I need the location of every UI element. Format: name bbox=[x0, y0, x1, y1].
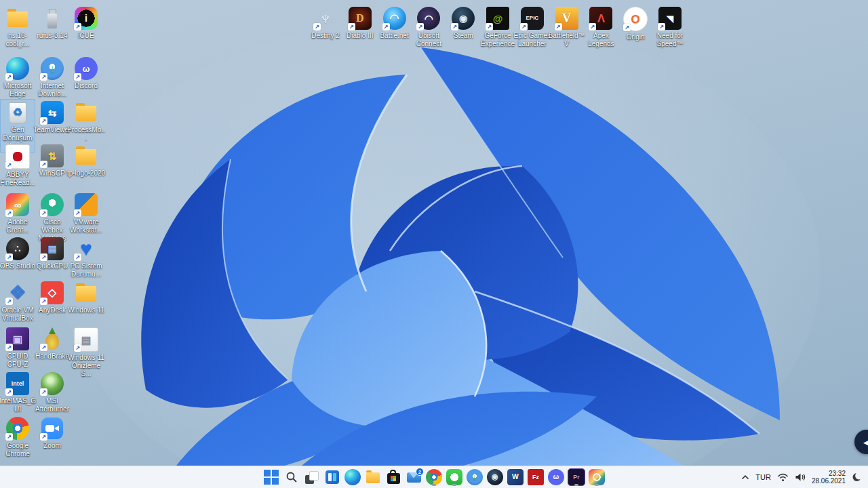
taskbar-mail-button[interactable]: 2 bbox=[404, 468, 423, 487]
desktop-icon-zoom[interactable]: ↗Zoom bbox=[35, 415, 69, 451]
shortcut-arrow-icon: ↗ bbox=[74, 73, 81, 81]
wifi-icon[interactable] bbox=[777, 473, 789, 482]
desktop-icon-tp-logo-2020[interactable]: tp-logo-2020 bbox=[69, 143, 103, 179]
desktop-icon-handbrake[interactable]: ↗HandBrake bbox=[35, 326, 69, 362]
clock[interactable]: 23:32 28.06.2021 bbox=[812, 470, 846, 485]
idm-icon: ↓↗ bbox=[41, 57, 64, 80]
desktop-icon-label: Battlefield™ V bbox=[547, 32, 587, 48]
shortcut-arrow-icon: ↗ bbox=[589, 23, 596, 30]
origin-glyph: O bbox=[631, 14, 640, 25]
handbrake-icon: ↗ bbox=[41, 327, 64, 350]
desktop-icon-label: Adobe Creat... bbox=[0, 218, 37, 235]
taskbar-taskview-button[interactable] bbox=[302, 468, 321, 487]
nfs-icon: ◥↗ bbox=[658, 7, 682, 30]
shortcut-arrow-icon: ↗ bbox=[5, 161, 13, 169]
desktop-icon-intelmas-gui[interactable]: intel↗IntelMAS_GUI bbox=[1, 371, 35, 415]
desktop-icon-geforce-experience[interactable]: @↗GeForce Experience bbox=[481, 5, 515, 49]
shortcut-arrow-icon: ↗ bbox=[451, 23, 458, 30]
teamviewer-glyph: ⇆ bbox=[48, 108, 57, 118]
taskbar-chrome-button[interactable] bbox=[425, 468, 443, 487]
desktop-icon-vmware-workstat[interactable]: ↗VMware Workstat... bbox=[69, 192, 103, 236]
vbox-icon: ❖↗ bbox=[6, 281, 29, 304]
desktop-icon-label: Ubisoft Connect bbox=[409, 32, 448, 48]
tray-chevron-up-icon[interactable] bbox=[741, 474, 749, 481]
desktop-icon-windows-11-önizleme-s[interactable]: ▤↗Windows 11 Önizleme S... bbox=[69, 326, 103, 380]
teamviewer-icon: ⇆↗ bbox=[41, 101, 64, 124]
windows-11-desktop: { "wallpaper": { "name": "windows-11-blo… bbox=[0, 0, 868, 488]
apex-icon: Λ↗ bbox=[589, 7, 612, 30]
desktop-icon-internet-downlo[interactable]: ↓↗Internet Downlo... bbox=[35, 56, 69, 100]
taskbar-creativecloud-button[interactable] bbox=[587, 468, 606, 487]
desktop-icon-icue[interactable]: i↗iCUE bbox=[69, 5, 103, 41]
focus-assist-moon-icon[interactable] bbox=[852, 472, 863, 483]
taskbar-search-button[interactable] bbox=[282, 468, 301, 487]
taskbar-premiere-button[interactable]: Pr bbox=[567, 468, 586, 487]
desktop-icon-apex-legends[interactable]: Λ↗Apex Legends bbox=[584, 5, 618, 49]
steam-icon: ◉↗ bbox=[452, 7, 475, 30]
discord-glyph: ω bbox=[83, 64, 90, 73]
desktop-icon-obs-studio[interactable]: ∴↗OBS Studio bbox=[1, 236, 35, 272]
taskbar-filezilla-button[interactable]: Fz bbox=[526, 468, 545, 487]
winpreview-icon: ▤↗ bbox=[74, 327, 98, 352]
taskbar-explorer-button[interactable] bbox=[363, 468, 382, 487]
desktop-icon-need-for-speed[interactable]: ◥↗Need for Speed™ bbox=[653, 5, 687, 49]
desktop-icon-msi-afterburner[interactable]: ↗MSI Afterburner bbox=[35, 371, 69, 415]
taskbar-discord-button[interactable]: ω bbox=[547, 468, 566, 487]
desktop-icon-discord[interactable]: ω↗Discord bbox=[69, 56, 103, 92]
start-icon bbox=[264, 470, 279, 485]
desktop-icon-teamviewer[interactable]: ⇆↗TeamViewer bbox=[35, 100, 69, 136]
desktop-icon-cpuid-cpu-z[interactable]: ▣↗CPUID CPU-Z bbox=[1, 326, 35, 370]
icue-glyph: i bbox=[85, 14, 87, 23]
unread-count-badge: 2 bbox=[416, 468, 424, 476]
desktop-icon-label: Apex Legends bbox=[581, 32, 620, 48]
word-icon: W bbox=[507, 469, 524, 485]
system-tray: TUR 23:32 28.06.2021 bbox=[741, 466, 863, 488]
desktop-icon-abbyy-fineread[interactable]: ↗ABBYY FineRead... bbox=[1, 143, 35, 188]
desktop-icon-destiny-2[interactable]: ♆↗Destiny 2 bbox=[309, 5, 342, 41]
language-indicator[interactable]: TUR bbox=[755, 473, 771, 481]
taskbar-whatsapp-button[interactable] bbox=[445, 468, 464, 487]
desktop-icon-diablo-iii[interactable]: D↗Diablo III bbox=[343, 5, 377, 41]
shortcut-arrow-icon: ↗ bbox=[5, 388, 13, 396]
taskbar-steam-button[interactable]: ◉ bbox=[486, 468, 505, 487]
geforce-glyph: @ bbox=[493, 14, 503, 24]
taskbar-idm-button[interactable]: ↓ bbox=[465, 468, 484, 487]
desktop-icon-epic-games-launcher[interactable]: EPIC↗Epic Games Launcher bbox=[515, 5, 549, 49]
desktop-icon-rufus-3-14[interactable]: rufus-3.14 bbox=[35, 5, 69, 41]
desktop-icon-battle-net[interactable]: ◠↗Battle.net bbox=[378, 5, 412, 41]
taskbar-store-button[interactable] bbox=[384, 468, 403, 487]
desktop-icon-origin[interactable]: O↗Origin bbox=[618, 5, 652, 43]
usb-icon bbox=[41, 7, 64, 30]
taskbar-edge-button[interactable] bbox=[343, 468, 362, 487]
desktop-icon-pc-sistem-durumu[interactable]: ♥↗PC Sistem Durumu... bbox=[69, 236, 103, 280]
desktop-icon-label: Origin bbox=[616, 33, 655, 41]
desktop-icon-winscp[interactable]: ⇅↗WinSCP bbox=[35, 143, 69, 179]
desktop-icon-steam[interactable]: ◉↗Steam bbox=[446, 5, 480, 41]
msi-icon: ↗ bbox=[41, 372, 64, 395]
desktop-icon-windows-11[interactable]: Windows 11 bbox=[69, 280, 103, 316]
taskbar-start-button[interactable] bbox=[262, 468, 281, 487]
anydesk-glyph: ◇ bbox=[48, 287, 56, 298]
desktop-icon-microsoft-edge[interactable]: ↗Microsoft Edge bbox=[1, 56, 35, 100]
left-arrow-icon: ◀ bbox=[863, 437, 868, 447]
desktop-icon-battlefield-v[interactable]: V↗Battlefield™ V bbox=[550, 5, 584, 49]
desktop-icon-quickcpu[interactable]: ▦↗QuickCPU bbox=[35, 236, 69, 272]
running-indicator bbox=[452, 484, 456, 486]
desktop-icon-google-chrome[interactable]: ↗Google Chrome bbox=[1, 415, 35, 460]
desktop-icon-oracle-vm-virtualbox[interactable]: ❖↗Oracle VM VirtualBox bbox=[1, 280, 35, 324]
volume-icon[interactable] bbox=[795, 472, 806, 482]
intel-icon: intel↗ bbox=[6, 372, 29, 395]
taskbar-word-button[interactable]: W bbox=[506, 468, 525, 487]
idm-icon: ↓ bbox=[467, 469, 483, 485]
desktop-icon-processmo[interactable]: ProcessMo... bbox=[69, 100, 103, 144]
desktop-icon-ubisoft-connect[interactable]: ◠↗Ubisoft Connect bbox=[412, 5, 446, 49]
desktop-icon-anydesk[interactable]: ◇↗AnyDesk bbox=[35, 280, 69, 316]
epic-icon: EPIC↗ bbox=[521, 7, 544, 30]
taskbar-widgets-button[interactable] bbox=[323, 468, 342, 487]
desktop-icon-ns-16-cool-r[interactable]: ns.16-cool_r... bbox=[1, 5, 35, 49]
destiny-glyph: ♆ bbox=[319, 9, 332, 27]
bfv-icon: V↗ bbox=[555, 7, 578, 30]
shortcut-arrow-icon: ↗ bbox=[5, 253, 13, 261]
recycle-glyph: ♻ bbox=[13, 107, 22, 118]
desktop-icon-adobe-creat[interactable]: ∞↗Adobe Creat... bbox=[1, 192, 35, 236]
